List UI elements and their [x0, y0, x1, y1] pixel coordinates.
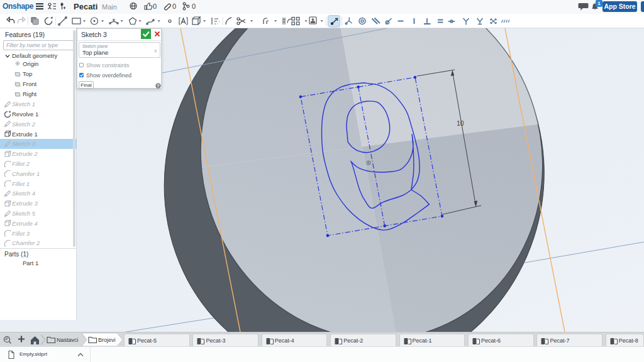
svg-text:Brojevi: Brojevi	[98, 337, 116, 343]
svg-text:?: ?	[157, 84, 159, 88]
svg-text:Nastavci: Nastavci	[57, 337, 79, 343]
svg-text:10: 10	[457, 119, 464, 127]
